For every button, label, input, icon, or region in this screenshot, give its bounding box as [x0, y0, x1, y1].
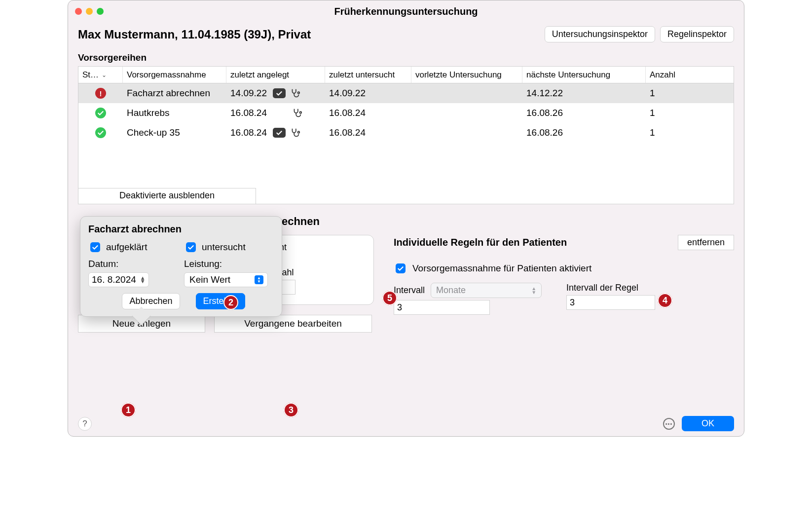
chat-icon [273, 88, 286, 98]
col-untersucht[interactable]: zuletzt untersucht [325, 67, 411, 83]
screening-table: St…⌄ Vorsorgemassnahme zuletzt angelegt … [78, 66, 734, 204]
chevron-down-icon: ⌄ [102, 72, 107, 78]
detail-area: harzt abrechnen untersucht ihe Anzahl [68, 204, 744, 436]
ok-button[interactable]: OK [682, 416, 734, 431]
popover-title: Facharzt abrechnen [88, 224, 274, 235]
svg-point-2 [297, 131, 299, 133]
hide-deactivated-toggle[interactable]: Deaktivierte ausblenden [78, 188, 256, 204]
aufgeklaert-checkbox[interactable] [90, 242, 100, 252]
header: Max Mustermann, 11.04.1985 (39J), Privat… [68, 22, 744, 49]
col-status[interactable]: St…⌄ [78, 67, 123, 83]
rules-inspector-button[interactable]: Regelinspektor [660, 26, 734, 42]
untersucht-checkbox[interactable] [186, 242, 196, 252]
rules-panel: Individuelle Regeln für den Patienten en… [394, 235, 734, 333]
check-icon [95, 127, 106, 138]
annotation-badge-4: 4 [658, 293, 672, 308]
exam-inspector-button[interactable]: Untersuchungsinspektor [545, 26, 655, 42]
interval-input[interactable] [394, 300, 490, 315]
create-popover: Facharzt abrechnen aufgeklärt untersucht [80, 216, 282, 317]
col-naechste[interactable]: nächste Untersuchung [522, 67, 646, 83]
section-heading: Vorsorgereihen [68, 49, 744, 66]
chevron-up-down-icon: ▲▼ [531, 287, 536, 295]
table-row[interactable]: Hautkrebs 16.08.24 16.08.24 16.08.26 1 [78, 103, 734, 123]
detail-title: harzt abrechnen [236, 215, 734, 228]
cancel-button[interactable]: Abbrechen [122, 293, 180, 309]
stethoscope-icon [291, 108, 303, 118]
annotation-badge-2: 2 [223, 295, 238, 310]
svg-point-1 [299, 112, 301, 113]
date-input[interactable]: 16. 8.2024 ▲▼ [88, 272, 149, 287]
annotation-badge-5: 5 [382, 291, 397, 305]
edit-past-button[interactable]: Vergangene bearbeiten [214, 315, 372, 333]
svg-point-0 [297, 92, 299, 94]
check-icon [95, 108, 106, 118]
more-icon[interactable]: ••• [663, 418, 675, 430]
title-bar: Früherkennungsuntersuchung [68, 0, 744, 22]
col-massnahme[interactable]: Vorsorgemassnahme [123, 67, 226, 83]
chevron-up-down-icon: ▲▼ [255, 275, 263, 284]
window-title: Früherkennungsuntersuchung [68, 6, 744, 17]
col-vorletzte[interactable]: vorletzte Untersuchung [411, 67, 522, 83]
chat-icon [273, 128, 286, 138]
help-icon[interactable]: ? [78, 417, 92, 431]
table-header: St…⌄ Vorsorgemassnahme zuletzt angelegt … [78, 67, 734, 83]
table-row[interactable]: Check-up 35 16.08.24 16.08.24 16.08.26 1 [78, 123, 734, 143]
interval-rule-input[interactable] [566, 295, 655, 310]
alert-icon: ! [95, 88, 106, 99]
col-anzahl[interactable]: Anzahl [646, 67, 734, 83]
annotation-badge-3: 3 [284, 403, 298, 417]
activate-checkbox[interactable] [396, 263, 406, 273]
leistung-select[interactable]: Kein Wert ▲▼ [184, 272, 268, 287]
annotation-badge-1: 1 [121, 403, 136, 417]
interval-unit-select[interactable]: Monate ▲▼ [431, 283, 542, 298]
table-row[interactable]: ! Facharzt abrechnen 14.09.22 14.09.22 1… [78, 83, 734, 103]
col-angelegt[interactable]: zuletzt angelegt [226, 67, 325, 83]
date-stepper[interactable]: ▲▼ [140, 276, 146, 283]
window: Früherkennungsuntersuchung Max Musterman… [68, 0, 744, 437]
footer: ? ••• OK [68, 416, 744, 431]
stethoscope-icon [289, 88, 301, 99]
rules-title: Individuelle Regeln für den Patienten [394, 237, 567, 248]
patient-summary: Max Mustermann, 11.04.1985 (39J), Privat [78, 28, 311, 41]
stethoscope-icon [289, 127, 301, 138]
remove-button[interactable]: entfernen [678, 235, 734, 250]
